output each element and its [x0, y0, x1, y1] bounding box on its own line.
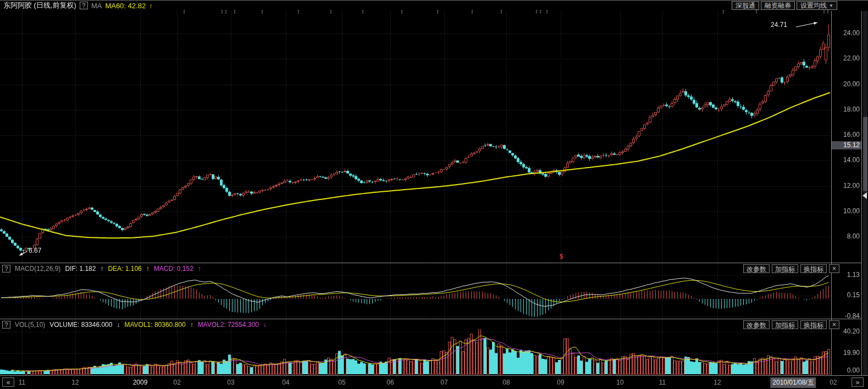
event-marker-icon[interactable]: ↕	[755, 8, 758, 14]
dea-arrow-icon: ↑	[146, 265, 150, 273]
timeline-tick: 05	[338, 379, 345, 386]
price-axis-label: 20.00	[833, 80, 860, 88]
dividend-marker[interactable]: $	[560, 253, 563, 260]
stock-chart-window: 东阿阿胶 (日线,前复权) ? MA MA60: 42.82 ↑ 深股通 融资融…	[0, 0, 868, 389]
event-marker-icon[interactable]: ↕	[183, 8, 186, 14]
event-marker-icon[interactable]: ↕	[361, 8, 364, 14]
help-icon[interactable]: ?	[2, 321, 10, 329]
price-axis-label: 8.00	[833, 232, 860, 240]
price-axis-label: 18.00	[833, 105, 860, 113]
margin-trading-button[interactable]: 融资融券	[761, 1, 795, 10]
scroll-back-button[interactable]: «	[2, 377, 14, 387]
timeline-tick: 02	[830, 379, 837, 386]
timeline-tick: 12	[714, 379, 721, 386]
macd-panel-buttons: 改参数 加指标 换指标 ×	[743, 264, 839, 273]
dea-value: DEA: 1.106	[108, 265, 141, 273]
timeline-tick: 03	[227, 379, 234, 386]
add-indicator-button[interactable]: 加指标	[772, 320, 798, 329]
timeline-tick: 12	[71, 379, 79, 386]
dif-value: DIF: 1.182	[65, 265, 96, 273]
timeline-tick: 04	[282, 379, 289, 386]
volume-axis-label: 0.00	[833, 366, 860, 374]
current-date-tag: 2010/01/08/五	[770, 377, 816, 388]
timeline-tick: 11	[659, 379, 666, 386]
timeline-tick: 02	[173, 379, 180, 386]
low-price-annotation: 6.67	[29, 247, 41, 254]
price-axis-label: 10.00	[833, 207, 860, 215]
timeline-tick: 11	[19, 379, 25, 386]
event-marker-icon[interactable]: ↕	[500, 8, 503, 14]
help-icon[interactable]: ?	[80, 2, 88, 9]
timeline-tick: 06	[386, 379, 394, 386]
add-indicator-button[interactable]: 加指标	[772, 264, 798, 273]
mavol1-value: MAVOL1: 80360.800	[124, 321, 185, 329]
volume-value: VOLUME: 83346.000	[49, 321, 112, 329]
up-arrow-icon: ↑	[149, 2, 153, 10]
event-marker-icon[interactable]: ↕	[722, 8, 725, 14]
price-axis-label: 14.00	[833, 156, 860, 164]
event-marker-icon[interactable]: ↕	[539, 8, 542, 14]
macd-value: MACD: 0.152	[154, 265, 193, 273]
event-marker-icon[interactable]: ↕	[822, 8, 826, 14]
macd-axis-label: -0.84	[833, 312, 860, 320]
header-button-group: 深股通 融资融券 设置均线 ▼	[732, 1, 837, 10]
timeline-tick: 08	[502, 379, 510, 386]
switch-indicator-button[interactable]: 换指标	[800, 264, 827, 273]
change-params-button[interactable]: 改参数	[743, 264, 770, 273]
change-params-button[interactable]: 改参数	[743, 320, 770, 329]
volume-arrow-icon: ↓	[117, 321, 120, 329]
switch-indicator-button[interactable]: 换指标	[800, 320, 827, 329]
main-header: 东阿阿胶 (日线,前复权) ? MA MA60: 42.82 ↑	[3, 1, 153, 10]
event-marker-icon[interactable]: ↕	[535, 8, 538, 14]
timeline-tick: 10	[616, 379, 623, 386]
price-chart-canvas[interactable]	[0, 1, 868, 389]
ma-settings-button[interactable]: 设置均线 ▼	[797, 1, 837, 10]
help-icon[interactable]: ?	[2, 265, 10, 273]
volume-axis-label: 40.20	[833, 327, 860, 335]
mavol2-arrow-icon: ↓	[263, 321, 267, 329]
macd-header: ? MACD(12,26,9) DIF: 1.182 ↑ DEA: 1.106 …	[2, 264, 201, 273]
price-axis-label: 24.00	[833, 29, 860, 37]
event-marker-icon[interactable]: ↕	[297, 8, 300, 14]
high-price-annotation: 24.71	[771, 21, 787, 29]
ma60-value: MA60: 42.82	[105, 2, 146, 10]
price-axis-label: 12.00	[833, 182, 860, 190]
volume-header: ? VOL(5,10) VOLUME: 83346.000 ↓ MAVOL1: …	[2, 320, 267, 329]
scrollbar-thumb[interactable]	[863, 117, 867, 191]
timeline-tick: 09	[557, 379, 564, 386]
timeline-tick: 07	[440, 379, 447, 386]
event-marker-icon[interactable]: ↕	[220, 8, 224, 14]
price-axis-label: 16.00	[833, 131, 860, 138]
scroll-forward-button[interactable]: »	[852, 377, 864, 387]
vol-indicator-name: VOL(5,10)	[15, 321, 45, 329]
mavol2-value: MAVOL2: 72554.300	[198, 321, 259, 329]
scrollbar-position-arrow-icon[interactable]	[863, 192, 867, 199]
event-marker-icon[interactable]: ↕	[261, 8, 264, 14]
price-axis-label: 22.00	[833, 54, 860, 62]
macd-axis-label: 0.15	[833, 291, 860, 299]
stock-title: 东阿阿胶 (日线,前复权)	[3, 1, 76, 10]
macd-axis-label: 1.13	[833, 271, 860, 279]
mavol1-arrow-icon: ↑	[190, 321, 193, 329]
event-marker-icon[interactable]: ↕	[233, 8, 236, 14]
macd-arrow-icon: ↑	[198, 265, 201, 273]
timeline-tick: 2009	[133, 379, 148, 386]
volume-axis-label: 19.90	[833, 349, 860, 357]
event-marker-icon[interactable]: ↕	[826, 8, 830, 14]
event-marker-icon[interactable]: ↕	[471, 8, 474, 14]
event-marker-icon[interactable]: ↕	[224, 8, 228, 14]
event-marker-icon[interactable]: ↕	[545, 8, 549, 14]
dropdown-arrow-icon: ▼	[829, 3, 833, 8]
macd-indicator-name: MACD(12,26,9)	[15, 265, 60, 273]
event-marker-icon[interactable]: ↕	[436, 8, 439, 14]
dif-arrow-icon: ↑	[100, 265, 103, 273]
event-marker-icon[interactable]: ↕	[400, 8, 403, 14]
current-price-tag: 15.12	[832, 141, 861, 149]
ma-label: MA	[91, 2, 102, 10]
event-marker-icon[interactable]: ↕	[329, 8, 333, 14]
volume-panel-buttons: 改参数 加指标 换指标 ×	[743, 320, 839, 329]
